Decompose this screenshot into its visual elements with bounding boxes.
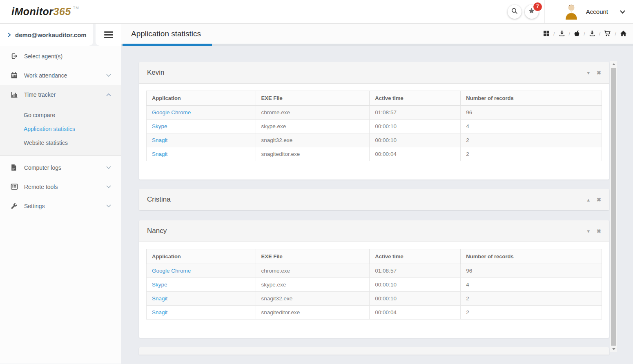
home-icon[interactable]: [620, 30, 627, 37]
application-link[interactable]: Snagit: [152, 295, 167, 302]
sidebar-item-website-statistics[interactable]: Website statistics: [0, 136, 121, 150]
table-row: Snagit snagit32.exe 00:00:10 2: [147, 292, 602, 306]
search-button[interactable]: [508, 5, 522, 19]
records-cell: 2: [461, 133, 602, 147]
sidebar-subitem-label: Website statistics: [24, 140, 68, 146]
application-link[interactable]: Snagit: [152, 309, 167, 315]
table-row: Snagit snagiteditor.exe 00:00:04 2: [147, 306, 602, 320]
agent-name: Cristina: [147, 195, 171, 204]
panel-header: Kevin ▾ ✖: [139, 62, 609, 84]
application-link[interactable]: Snagit: [152, 151, 167, 157]
application-stats-table: Application EXE File Active time Number …: [146, 91, 602, 161]
content-scrollbar[interactable]: [610, 61, 617, 352]
sidebar-item-remote-tools[interactable]: Remote tools: [0, 177, 121, 196]
column-header-active-time: Active time: [370, 91, 461, 106]
table-header-row: Application EXE File Active time Number …: [147, 91, 602, 106]
expand-toggle-icon[interactable]: ▴: [587, 197, 590, 202]
application-link[interactable]: Google Chrome: [152, 268, 191, 274]
column-header-records: Number of records: [461, 91, 602, 106]
exe-file-cell: skype.exe: [256, 278, 370, 292]
panel-controls: ▾ ✖: [587, 70, 601, 75]
application-link[interactable]: Skype: [152, 282, 167, 288]
exe-file-cell: skype.exe: [256, 120, 370, 133]
close-icon[interactable]: ✖: [597, 70, 601, 75]
user-email: demo@workauditor.com: [15, 31, 87, 38]
sidebar-item-computer-logs[interactable]: Computer logs: [0, 158, 121, 177]
favorites-button[interactable]: 7: [525, 5, 539, 19]
logo-accent: 365: [53, 6, 71, 17]
notification-badge[interactable]: 7: [533, 2, 542, 11]
agent-panel-nancy: Nancy ▾ ✖ Application EXE File Activ: [139, 220, 609, 338]
active-time-cell: 01:08:57: [370, 106, 461, 120]
table-row: Snagit snagiteditor.exe 00:00:04 2: [147, 147, 602, 161]
active-time-cell: 00:00:10: [370, 278, 461, 292]
sidebar-item-work-attendance[interactable]: Work attendance: [0, 66, 121, 85]
exe-file-cell: chrome.exe: [256, 106, 370, 120]
application-link[interactable]: Skype: [152, 123, 167, 129]
application-link[interactable]: Snagit: [152, 137, 167, 143]
account-menu[interactable]: Account: [563, 2, 633, 21]
exe-file-cell: snagit32.exe: [256, 292, 370, 306]
records-cell: 96: [461, 264, 602, 278]
sign-out-icon: [11, 53, 18, 60]
chevron-down-icon: [106, 166, 111, 169]
toolbar-separator: /: [553, 31, 555, 37]
current-user[interactable]: demo@workauditor.com: [0, 24, 93, 46]
download-mac-icon[interactable]: [589, 30, 595, 37]
hamburger-icon: [104, 30, 113, 40]
records-cell: 4: [461, 278, 602, 292]
apple-icon[interactable]: [574, 30, 580, 37]
scroll-down-button[interactable]: [610, 346, 617, 352]
records-cell: 2: [461, 292, 602, 306]
active-time-cell: 01:08:57: [370, 264, 461, 278]
sidebar-item-label: Settings: [24, 203, 45, 209]
chevron-down-icon: [620, 10, 626, 14]
platform-toolbar: / / / / /: [543, 30, 627, 39]
scrollbar-thumb[interactable]: [611, 68, 616, 346]
agent-panel-cristina: Cristina ▴ ✖: [139, 189, 609, 210]
exe-file-cell: snagit32.exe: [256, 133, 370, 147]
sidebar-menu: Select agent(s) Work attendance Time tra…: [0, 46, 121, 215]
page-header: Application statistics / / / /: [121, 24, 633, 46]
content-area: Kevin ▾ ✖ Application EXE File Activ: [121, 46, 633, 364]
close-icon[interactable]: ✖: [597, 229, 601, 234]
sidebar-top: demo@workauditor.com: [0, 24, 121, 46]
document-icon: [11, 164, 18, 171]
sidebar-item-label: Remote tools: [24, 184, 58, 190]
chevron-down-icon: [106, 185, 111, 189]
sidebar-subitem-label: Application statistics: [24, 126, 75, 132]
windows-icon[interactable]: [543, 30, 550, 37]
sidebar-item-time-tracker[interactable]: Time tracker: [0, 85, 121, 104]
toolbar-separator: /: [599, 31, 601, 37]
table-row: Snagit snagit32.exe 00:00:10 2: [147, 133, 602, 147]
download-windows-icon[interactable]: [559, 30, 565, 37]
avatar: [563, 2, 580, 21]
sidebar-item-settings[interactable]: Settings: [0, 196, 121, 215]
topbar-right: 7 Account: [504, 0, 633, 23]
sidebar-item-select-agents[interactable]: Select agent(s): [0, 47, 121, 66]
chevron-down-icon: [106, 204, 111, 208]
application-link[interactable]: Google Chrome: [152, 109, 191, 115]
cart-icon[interactable]: [604, 30, 611, 37]
table-row: Google Chrome chrome.exe 01:08:57 96: [147, 264, 602, 278]
close-icon[interactable]: ✖: [597, 197, 601, 202]
exe-file-cell: snagiteditor.exe: [256, 306, 370, 320]
collapse-toggle-icon[interactable]: ▾: [587, 70, 590, 75]
active-time-cell: 00:00:04: [370, 306, 461, 320]
column-header-exe-file: EXE File: [256, 91, 370, 106]
chevron-down-icon: [106, 73, 111, 77]
list-icon: [11, 183, 18, 190]
table-row: Skype skype.exe 00:00:10 4: [147, 120, 602, 133]
collapse-toggle-icon[interactable]: ▾: [587, 229, 590, 234]
chevron-up-icon: [106, 93, 111, 97]
agent-name: Kevin: [147, 69, 165, 77]
sidebar-toggle-button[interactable]: [96, 24, 121, 46]
scroll-up-button[interactable]: [610, 61, 617, 67]
column-header-application: Application: [147, 91, 256, 106]
sidebar-subitem-label: Go compare: [24, 112, 55, 118]
bar-chart-icon: [11, 91, 18, 98]
sidebar-item-application-statistics[interactable]: Application statistics: [0, 122, 121, 136]
exe-file-cell: chrome.exe: [256, 264, 370, 278]
sidebar-item-go-compare[interactable]: Go compare: [0, 108, 121, 122]
records-cell: 4: [461, 120, 602, 133]
